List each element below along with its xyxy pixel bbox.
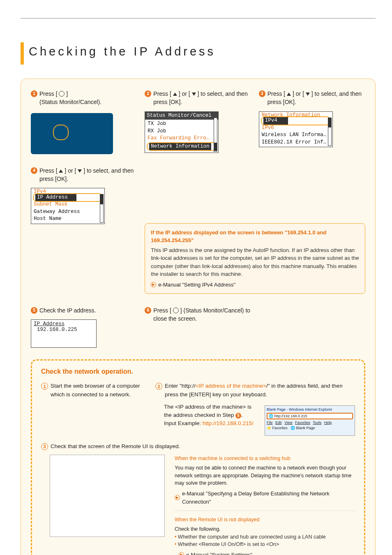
- step-2: 2 Press [ ] or [ ] to select, and then p…: [145, 90, 251, 154]
- lcd-step2: Status Monitor/Cancel TX Job RX Job Fax …: [145, 111, 219, 153]
- trouble2-b2: Whether <Remote UI On/Off> is set to <On…: [178, 541, 279, 547]
- warning-title: If the IP address displayed on the scree…: [151, 229, 359, 245]
- header-rule: [21, 18, 376, 18]
- step6-number: 6: [145, 307, 151, 314]
- menu-edit: Edit: [275, 421, 282, 425]
- lcd4-row2: Host Name: [32, 215, 104, 223]
- step1-pre: Press [: [39, 90, 58, 97]
- step1-sub: (Status Monitor/Cancel).: [39, 98, 101, 106]
- lcd3-highlight-text: IPv4: [263, 117, 288, 125]
- lcd2-highlight-text: Network Information: [149, 143, 211, 150]
- step4-number: 4: [31, 167, 37, 174]
- lcd2-row2: Fax Forwarding Erro…: [146, 135, 217, 142]
- remote-ui-illustration: [50, 455, 165, 537]
- browser-illustration: Blank Page - Windows Internet Explorer 🌐…: [265, 405, 355, 436]
- autoip-warning-box: If the IP address displayed on the scree…: [145, 223, 365, 294]
- netcheck-step1: 1 Start the web browser of a computer wh…: [41, 382, 148, 436]
- lcd4-row0: Subnet Mask: [32, 201, 104, 208]
- lcd4-row1: Gateway Address: [32, 208, 104, 216]
- device-keypad-illustration: [31, 113, 113, 154]
- menu-view: View: [284, 421, 292, 425]
- lcd-step3: Network Information IPv4 IPv6 Wireless L…: [259, 111, 333, 148]
- nc2-note2: .: [241, 412, 243, 418]
- trouble2-sub: Check the following.: [175, 525, 355, 533]
- lcd5-value: 192.168.0.225: [34, 327, 94, 333]
- trouble-switching-hub: When the machine is connected to a switc…: [175, 455, 355, 506]
- trouble-remote-ui: When the Remote UI is not displayed Chec…: [175, 516, 355, 555]
- lcd3-row2: IEEE802.1X Error Inf…: [260, 139, 332, 146]
- netcheck-step3: 3 Check that the screen of the Remote UI…: [41, 442, 355, 451]
- manual-link-icon: ▶: [175, 495, 180, 500]
- step6-pre: Press [: [153, 307, 171, 314]
- down-arrow-icon: [78, 169, 82, 173]
- nc2-a: Enter "http://: [165, 383, 196, 389]
- step4-mid: ] or [: [65, 167, 76, 174]
- down-arrow-icon: [192, 92, 196, 96]
- trouble2-b1: Whether the computer and hub are connect…: [178, 534, 326, 540]
- nc2-example-label: Input Example:: [164, 420, 203, 426]
- trouble2-link: e-Manual "System Settings": [186, 551, 252, 555]
- step4-pre: Press [: [39, 167, 58, 174]
- menu-favorites: Favorites: [295, 421, 310, 425]
- step-6: 6 Press [ ] (Status Monitor/Cancel) to c…: [145, 306, 251, 348]
- lcd3-row0: IPv6: [260, 125, 332, 132]
- main-panel: 1 Press [ ] (Status Monitor/Cancel). 2: [21, 79, 376, 555]
- step5-ref-icon: 5: [235, 413, 241, 419]
- lcd2-scrollbar: [214, 118, 217, 152]
- manual-link-icon: ▶: [179, 552, 184, 555]
- warning-link: e-Manual "Setting IPv4 Address": [158, 281, 235, 289]
- up-arrow-icon: [287, 92, 291, 96]
- browser-titlebar: Blank Page - Windows Internet Explorer: [267, 407, 353, 412]
- up-arrow-icon: [173, 92, 177, 96]
- step1-post: ]: [66, 90, 68, 97]
- browser-address-bar: 🌐 http://192.168.0.215: [267, 413, 353, 419]
- nc2-ip: <IP address of the machine>: [196, 383, 266, 389]
- lcd5-title: IP Address: [34, 321, 94, 327]
- step2-pre: Press [: [153, 90, 171, 97]
- netcheck1-text: Start the web browser of a computer whic…: [51, 382, 148, 399]
- network-check-title: Check the network operation.: [41, 368, 355, 375]
- warning-body: This IP address is the one assigned by t…: [151, 246, 359, 278]
- lcd4-highlight-text: IP Address: [35, 194, 76, 201]
- step-4: 4 Press [ ] or [ ] to select, and then p…: [31, 166, 137, 294]
- step-1: 1 Press [ ] (Status Monitor/Cancel).: [31, 90, 137, 154]
- network-operation-section: Check the network operation. 1 Start the…: [31, 359, 365, 555]
- lcd3-row1: Wireless LAN Informa…: [260, 132, 332, 139]
- step3-mid: ] or [: [293, 90, 304, 97]
- trouble1-link: e-Manual "Specifying a Delay Before Esta…: [182, 490, 355, 506]
- netcheck3-text: Check that the screen of the Remote UI i…: [51, 442, 180, 451]
- status-monitor-icon: [59, 91, 65, 97]
- lcd4-highlight: IP Address: [33, 193, 103, 202]
- browser-url: http://192.168.0.215: [274, 414, 307, 418]
- trouble2-title: When the Remote UI is not displayed: [175, 516, 355, 524]
- lcd4-scrollbar: [100, 194, 104, 223]
- title-accent: [21, 42, 24, 65]
- divider: [175, 511, 355, 511]
- step5-number: 5: [31, 307, 37, 314]
- trouble1-title: When the machine is connected to a switc…: [175, 455, 355, 462]
- title-block: Checking the IP Address: [21, 42, 376, 65]
- lcd2-highlight: Network Information: [147, 142, 217, 151]
- netcheck1-number: 1: [41, 383, 48, 390]
- browser-tab: Blank Page: [296, 426, 315, 430]
- step-3: 3 Press [ ] or [ ] to select, and then p…: [259, 90, 365, 154]
- step1-number: 1: [31, 90, 37, 97]
- lcd2-title: Status Monitor/Cancel: [145, 112, 218, 120]
- nc2-example-url: http://192.168.0.215/: [203, 420, 254, 426]
- page-title: Checking the IP Address: [29, 42, 216, 58]
- lcd2-row1: RX Job: [146, 128, 217, 135]
- manual-link-icon: ▶: [151, 282, 156, 287]
- netcheck-step2: 2 Enter "http://<IP address of the machi…: [155, 382, 355, 399]
- browser-favorites: Favorites: [272, 426, 288, 430]
- step3-pre: Press [: [267, 90, 286, 97]
- step3-number: 3: [259, 90, 265, 97]
- step2-number: 2: [145, 90, 151, 97]
- lcd2-row0: TX Job: [146, 120, 217, 128]
- down-arrow-icon: [306, 92, 310, 96]
- lcd-step5: IP Address 192.168.0.225: [31, 319, 97, 348]
- lcd-step4: IPv4 IP Address Subnet Mask Gateway Addr…: [31, 188, 105, 224]
- netcheck3-number: 3: [41, 443, 48, 450]
- netcheck2-number: 2: [155, 383, 162, 390]
- menu-tools: Tools: [313, 421, 321, 425]
- trouble1-body: You may not be able to connect the machi…: [175, 464, 355, 487]
